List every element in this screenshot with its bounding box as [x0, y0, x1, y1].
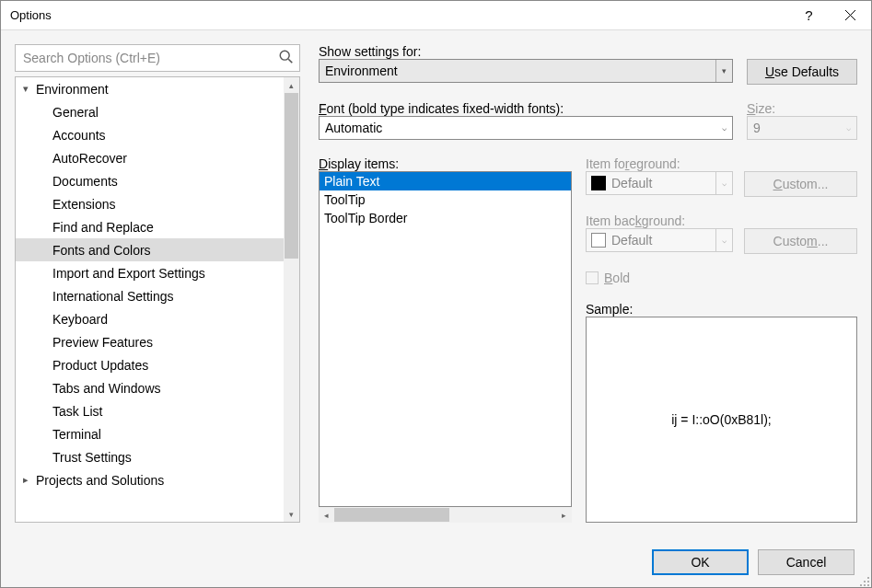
- tree-item[interactable]: Keyboard: [16, 307, 299, 330]
- chevron-down-icon: ⌵: [715, 229, 732, 251]
- list-item[interactable]: ToolTip Border: [320, 209, 571, 227]
- bold-label: Bold: [604, 271, 630, 285]
- tree-item[interactable]: Extensions: [16, 192, 299, 215]
- tree-item[interactable]: Product Updates: [16, 353, 299, 376]
- list-item[interactable]: ToolTip: [320, 190, 571, 209]
- tree-item-fonts-colors[interactable]: Fonts and Colors: [16, 238, 299, 261]
- chevron-down-icon: ⌵: [846, 123, 851, 133]
- bold-checkbox-row: Bold: [586, 271, 857, 285]
- sample-label: Sample:: [586, 302, 857, 317]
- show-settings-dropdown[interactable]: Environment ▾: [319, 59, 733, 83]
- svg-point-8: [864, 584, 866, 586]
- tree-scrollbar[interactable]: ▴ ▾: [284, 77, 299, 522]
- svg-point-4: [867, 577, 869, 579]
- tree-item[interactable]: Tabs and Windows: [16, 376, 299, 399]
- custom-bg-button: Custom...: [744, 228, 857, 254]
- tree-item[interactable]: AutoRecover: [16, 146, 299, 169]
- font-label: Font (bold type indicates fixed-width fo…: [319, 101, 733, 116]
- item-fg-dropdown: Default ⌵: [586, 171, 733, 195]
- scroll-down-icon[interactable]: ▾: [284, 506, 299, 522]
- tree-item-environment[interactable]: Environment: [16, 77, 299, 100]
- tree-item[interactable]: Find and Replace: [16, 215, 299, 238]
- svg-point-2: [280, 51, 289, 60]
- tree-item[interactable]: General: [16, 100, 299, 123]
- expander-icon[interactable]: [23, 474, 34, 486]
- resize-grip-icon[interactable]: [858, 574, 870, 586]
- svg-point-9: [867, 584, 869, 586]
- window-title: Options: [10, 8, 788, 22]
- scroll-thumb[interactable]: [285, 93, 298, 259]
- titlebar: Options ?: [1, 1, 871, 30]
- tree-item[interactable]: Accounts: [16, 123, 299, 146]
- svg-point-7: [860, 584, 862, 586]
- bold-checkbox: [586, 271, 599, 284]
- svg-point-6: [867, 581, 869, 582]
- item-bg-dropdown: Default ⌵: [586, 228, 733, 252]
- list-item[interactable]: Plain Text: [320, 172, 571, 190]
- display-items-listbox[interactable]: Plain Text ToolTip ToolTip Border: [319, 171, 572, 507]
- tree-item-projects[interactable]: Projects and Solutions: [16, 468, 299, 491]
- search-input[interactable]: [15, 44, 300, 72]
- expander-icon[interactable]: [23, 83, 34, 95]
- color-swatch: [591, 176, 606, 190]
- chevron-down-icon: ⌵: [715, 172, 732, 194]
- font-dropdown[interactable]: Automatic ⌵: [319, 116, 733, 140]
- listbox-hscrollbar[interactable]: ◂ ▸: [319, 507, 572, 523]
- svg-point-5: [864, 581, 866, 582]
- scroll-left-icon[interactable]: ◂: [319, 507, 334, 523]
- ok-button[interactable]: OK: [652, 549, 749, 575]
- item-fg-label: Item foreground:: [586, 156, 857, 171]
- color-swatch: [591, 233, 606, 248]
- show-settings-label: Show settings for:: [319, 44, 857, 59]
- display-items-label: Display items:: [319, 156, 572, 171]
- use-defaults-button[interactable]: Use Defaults: [747, 59, 857, 85]
- scroll-thumb[interactable]: [334, 508, 449, 522]
- tree-item[interactable]: Task List: [16, 399, 299, 422]
- item-bg-label: Item background:: [586, 213, 857, 228]
- close-button[interactable]: [830, 1, 871, 30]
- chevron-down-icon: ⌵: [715, 117, 732, 139]
- options-tree[interactable]: Environment General Accounts AutoRecover…: [15, 76, 300, 523]
- tree-item[interactable]: Import and Export Settings: [16, 261, 299, 284]
- svg-line-3: [288, 59, 292, 63]
- scroll-right-icon[interactable]: ▸: [556, 507, 572, 523]
- size-input: 9 ⌵: [747, 116, 857, 140]
- cancel-button[interactable]: Cancel: [758, 549, 855, 575]
- scroll-up-icon[interactable]: ▴: [284, 77, 299, 93]
- tree-item[interactable]: Documents: [16, 169, 299, 192]
- search-icon: [278, 49, 295, 65]
- tree-item[interactable]: Preview Features: [16, 330, 299, 353]
- size-label: Size:: [747, 101, 857, 116]
- tree-item[interactable]: Trust Settings: [16, 445, 299, 468]
- chevron-down-icon: ▾: [715, 60, 732, 82]
- help-button[interactable]: ?: [788, 1, 830, 30]
- sample-box: ij = I::oO(0xB81l);: [586, 317, 857, 523]
- custom-fg-button: Custom...: [744, 171, 857, 197]
- tree-item[interactable]: International Settings: [16, 284, 299, 307]
- tree-item[interactable]: Terminal: [16, 422, 299, 445]
